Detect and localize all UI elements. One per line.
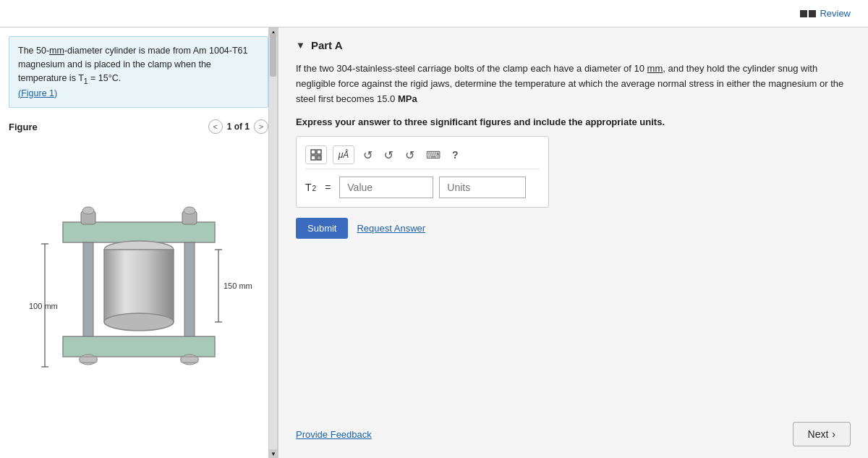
problem-description-box: The 50-mm-diameter cylinder is made from… xyxy=(9,36,268,108)
value-input[interactable] xyxy=(339,177,433,198)
right-panel: ▼ Part A If the two 304-stainless-steel … xyxy=(278,27,868,458)
svg-text:100 mm: 100 mm xyxy=(29,302,58,310)
next-button[interactable]: Next › xyxy=(793,422,851,446)
next-label-text: Next xyxy=(808,428,829,440)
svg-rect-25 xyxy=(311,156,315,160)
figure-prev-button[interactable]: < xyxy=(208,119,223,134)
problem-description-text: If the two 304-stainless-steel carriage … xyxy=(296,62,851,106)
t2-variable-label: T2 xyxy=(305,182,316,193)
figure-label-text: Figure xyxy=(9,122,38,132)
svg-rect-10 xyxy=(184,242,195,336)
matrix-button[interactable] xyxy=(305,145,327,164)
figure-next-button[interactable]: > xyxy=(254,119,268,134)
scroll-down-arrow[interactable]: ▼ xyxy=(269,449,278,458)
matrix-icon xyxy=(310,149,322,161)
review-icon xyxy=(800,10,807,17)
main-content: The 50-mm-diameter cylinder is made from… xyxy=(0,27,868,458)
svg-point-7 xyxy=(82,207,94,214)
next-arrow-icon: › xyxy=(832,428,835,440)
answer-input-row: T2 = xyxy=(305,177,540,198)
svg-rect-18 xyxy=(181,357,198,362)
top-bar: Review xyxy=(0,0,868,27)
svg-point-8 xyxy=(184,207,195,214)
refresh-button[interactable]: ↺ xyxy=(402,147,417,164)
bottom-row: Provide Feedback Next › xyxy=(296,407,851,446)
answer-box: μÅ ↺ ↻ ↺ ⌨ ? T2 = xyxy=(296,136,549,208)
mu-button[interactable]: μÅ xyxy=(333,145,354,164)
svg-rect-12 xyxy=(104,250,174,322)
equals-sign: = xyxy=(325,182,331,193)
mpa-text: MPa xyxy=(398,93,417,104)
figure-page: 1 of 1 xyxy=(227,122,250,132)
left-panel: The 50-mm-diameter cylinder is made from… xyxy=(0,27,278,458)
clamp-svg: 100 mm xyxy=(23,200,255,389)
svg-rect-4 xyxy=(63,222,215,242)
answer-toolbar: μÅ ↺ ↻ ↺ ⌨ ? xyxy=(305,145,540,169)
svg-text:150 mm: 150 mm xyxy=(224,281,252,290)
part-a-label: Part A xyxy=(311,39,343,51)
help-button[interactable]: ? xyxy=(449,148,461,162)
svg-point-13 xyxy=(104,313,174,331)
review-link[interactable]: Review xyxy=(800,8,851,19)
keyboard-button[interactable]: ⌨ xyxy=(423,148,443,162)
part-header: ▼ Part A xyxy=(296,39,851,51)
review-icon2 xyxy=(809,10,816,17)
svg-rect-14 xyxy=(63,336,215,357)
mm-unit-text: mm xyxy=(49,46,64,56)
collapse-arrow-icon[interactable]: ▼ xyxy=(296,40,305,51)
svg-rect-23 xyxy=(311,150,315,154)
redo-button[interactable]: ↻ xyxy=(381,147,396,164)
svg-rect-24 xyxy=(317,150,321,154)
express-text: Express your answer to three significant… xyxy=(296,116,851,127)
figure-nav: < 1 of 1 > xyxy=(208,119,268,134)
mu-icon-text: μÅ xyxy=(339,150,349,160)
scroll-thumb[interactable] xyxy=(270,33,276,77)
svg-rect-9 xyxy=(83,242,93,336)
svg-rect-17 xyxy=(80,357,97,362)
request-answer-button[interactable]: Request Answer xyxy=(357,223,425,234)
submit-button[interactable]: Submit xyxy=(296,218,348,239)
provide-feedback-button[interactable]: Provide Feedback xyxy=(296,429,372,440)
review-label: Review xyxy=(820,8,851,19)
svg-rect-26 xyxy=(317,156,321,160)
scrollbar[interactable]: ▲ ▼ xyxy=(268,27,277,458)
figure-label-row: Figure < 1 of 1 > xyxy=(9,119,268,134)
undo-button[interactable]: ↺ xyxy=(360,147,375,164)
units-input[interactable] xyxy=(439,177,526,198)
figure-area: 100 mm xyxy=(9,140,268,449)
problem-text-prefix: The 50- xyxy=(18,46,49,56)
action-row: Submit Request Answer xyxy=(296,218,851,239)
mm-underline-text: mm xyxy=(647,63,663,74)
figure1-link[interactable]: (Figure 1) xyxy=(18,88,57,98)
